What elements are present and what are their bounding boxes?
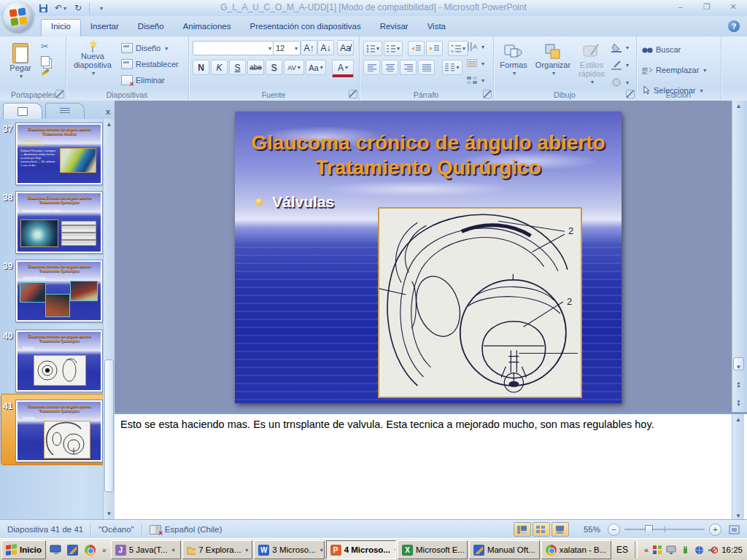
tray-security-icon[interactable]	[652, 545, 662, 555]
quick-launch-overflow-icon[interactable]: »	[100, 542, 109, 557]
slide-bullet-item[interactable]: Válvulas	[255, 193, 334, 211]
minimize-button[interactable]: –	[671, 1, 690, 12]
previous-slide-button[interactable]: ▲▲	[732, 378, 745, 390]
align-text-button[interactable]	[467, 56, 484, 71]
tray-display-icon[interactable]	[666, 545, 676, 555]
zoom-slider[interactable]	[624, 529, 705, 530]
restore-button[interactable]: ❐	[697, 1, 716, 12]
chrome-quick-launch-icon[interactable]	[82, 542, 97, 557]
tab-inicio[interactable]: Inicio	[41, 19, 81, 36]
justify-button[interactable]	[418, 60, 435, 75]
drawing-dialog-launcher[interactable]	[626, 90, 635, 98]
thumbnail-slide-41[interactable]: Glaucoma crónico de ángulo abiertoTratam…	[15, 400, 103, 462]
tray-clock[interactable]: 16:25	[721, 545, 743, 554]
columns-button[interactable]	[442, 60, 462, 75]
tab-diseno[interactable]: Diseño	[128, 19, 174, 36]
font-size-combo[interactable]: 12	[273, 41, 301, 55]
numbering-button[interactable]	[384, 41, 403, 56]
thumbnail-slide-38[interactable]: Glaucoma Crónico de ángulo abiertoTratam…	[15, 191, 103, 254]
align-left-button[interactable]	[363, 60, 380, 75]
tab-vista[interactable]: Vista	[418, 19, 455, 36]
slide-title[interactable]: Glaucoma crónico de ángulo abierto Trata…	[242, 131, 614, 180]
character-spacing-button[interactable]: AV	[284, 60, 304, 75]
layout-button[interactable]: Diseño	[121, 41, 179, 55]
next-slide-button[interactable]: ▼▼	[732, 397, 745, 409]
thumbnail-slide-40[interactable]: Glaucoma crónico de ángulo abiertoTratam…	[15, 330, 103, 392]
align-center-button[interactable]	[382, 60, 398, 75]
tray-volume-muted-icon[interactable]	[708, 545, 718, 555]
scroll-down-icon[interactable]: ▼	[732, 362, 745, 373]
notes-pane[interactable]: Esto se esta haciendo mas. Es un trnspla…	[115, 412, 747, 521]
close-button[interactable]: ✕	[724, 1, 743, 12]
taskbar-button-manual[interactable]: Manual Oft...	[469, 540, 539, 559]
reset-button[interactable]: Restablecer	[121, 57, 179, 71]
paragraph-dialog-launcher[interactable]	[483, 90, 492, 98]
tray-power-icon[interactable]	[680, 545, 690, 555]
tab-presentacion[interactable]: Presentación con diapositivas	[241, 19, 371, 36]
tab-insertar[interactable]: Insertar	[81, 19, 128, 36]
tab-outline[interactable]	[45, 103, 85, 119]
taskbar-button-excel[interactable]: X Microsoft E...	[398, 540, 468, 559]
scroll-up-icon[interactable]: ▲	[104, 119, 115, 130]
panel-scrollbar[interactable]: ▲ ▼	[103, 119, 115, 519]
notes-scrollbar[interactable]: ▲ ▼	[732, 414, 744, 521]
bold-button[interactable]: N	[193, 60, 209, 75]
panel-scrollbar-thumb[interactable]	[104, 359, 114, 492]
thumbnail-slide-37[interactable]: Glaucoma crónico de ángulo abiertoTratam…	[15, 122, 103, 185]
italic-button[interactable]: K	[211, 60, 228, 75]
spellcheck-status[interactable]: Español (Chile)	[142, 523, 230, 536]
clear-formatting-button[interactable]: Aa̸	[337, 40, 354, 55]
scroll-up-icon[interactable]: ▲	[732, 414, 744, 425]
clipboard-dialog-launcher[interactable]	[55, 90, 64, 98]
increase-indent-button[interactable]	[426, 41, 443, 56]
tab-revisar[interactable]: Revisar	[371, 19, 418, 36]
shape-effects-button[interactable]	[611, 75, 629, 90]
zoom-level[interactable]: 55%	[576, 523, 608, 536]
bullets-button[interactable]	[363, 41, 382, 56]
delete-button[interactable]: Eliminar	[121, 73, 179, 88]
zoom-in-button[interactable]: +	[709, 524, 721, 536]
taskbar-group-explorer[interactable]: 7 Explora...	[182, 540, 252, 559]
zoom-slider-thumb[interactable]	[645, 525, 653, 535]
fit-to-window-button[interactable]	[721, 523, 747, 536]
font-dialog-launcher[interactable]	[349, 90, 357, 98]
shapes-button[interactable]: Formas	[496, 39, 531, 78]
shrink-font-button[interactable]: A↓	[317, 40, 334, 55]
start-button[interactable]: Inicio	[1, 540, 46, 559]
change-case-button[interactable]: Aa	[306, 60, 326, 75]
main-scrollbar[interactable]: ▲ ▼ ▲▲ ▼▼	[732, 101, 745, 412]
font-color-button[interactable]: A	[332, 60, 354, 77]
grow-font-button[interactable]: A↑	[301, 40, 317, 55]
help-icon[interactable]: ?	[728, 20, 740, 32]
format-painter-icon[interactable]	[41, 69, 50, 76]
taskbar-group-powerpoint[interactable]: P 4 Microso...	[326, 540, 396, 559]
language-indicator[interactable]: ES	[612, 545, 632, 555]
quick-styles-button[interactable]: Estilos rápidos	[573, 39, 610, 87]
slide-figure-eye-valve-diagram[interactable]: 2 2	[378, 207, 582, 398]
strikethrough-button[interactable]: abe	[247, 60, 264, 75]
arrange-button[interactable]: Organizar	[534, 39, 572, 78]
underline-button[interactable]: S	[229, 60, 246, 75]
text-shadow-button[interactable]: S	[266, 60, 282, 75]
line-spacing-button[interactable]	[448, 41, 468, 56]
find-button[interactable]: Buscar	[642, 42, 706, 57]
notes-text[interactable]: Esto se esta haciendo mas. Es un trnspla…	[120, 419, 728, 430]
slide-canvas[interactable]: Glaucoma crónico de ángulo abierto Trata…	[235, 112, 622, 403]
new-slide-button[interactable]: Nueva diapositiva	[69, 39, 117, 78]
show-desktop-icon[interactable]	[48, 542, 63, 557]
tab-slides-thumbnails[interactable]	[3, 103, 42, 119]
zoom-out-button[interactable]: −	[608, 524, 620, 536]
taskbar-button-browser[interactable]: xalatan - B...	[541, 540, 611, 559]
normal-view-button[interactable]	[514, 522, 531, 537]
office-button[interactable]	[3, 1, 34, 32]
replace-button[interactable]: abac Reemplazar	[642, 63, 706, 77]
theme-name[interactable]: "Océano"	[91, 523, 141, 536]
thumbnail-slide-39[interactable]: Glaucoma crónico de ángulo abiertoTratam…	[15, 260, 103, 322]
close-panel-icon[interactable]: x	[106, 107, 110, 116]
taskbar-group-java[interactable]: J 5 Java(T...	[111, 540, 181, 559]
shape-fill-button[interactable]	[611, 40, 629, 55]
text-direction-button[interactable]: A	[467, 39, 484, 54]
decrease-indent-button[interactable]	[408, 41, 425, 56]
tray-collapse-icon[interactable]: «	[644, 545, 649, 554]
tray-network-icon[interactable]	[694, 545, 704, 555]
